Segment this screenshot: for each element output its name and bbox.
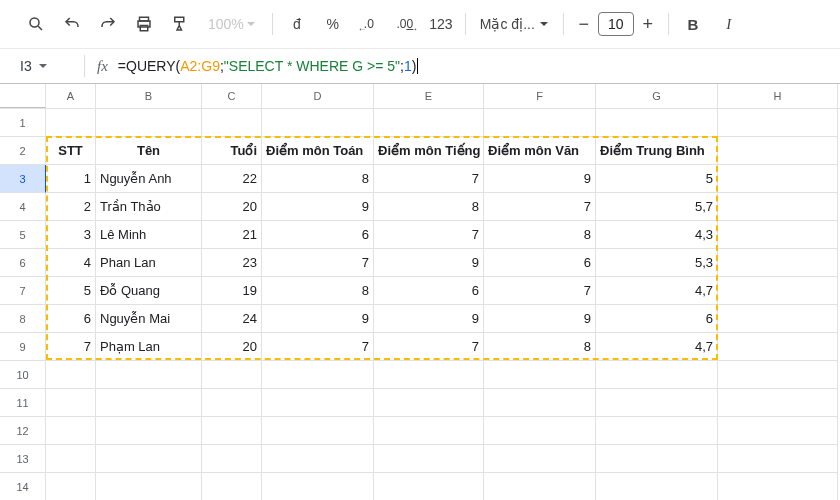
cell[interactable]: 9	[484, 165, 596, 193]
col-header-b[interactable]: B	[96, 84, 202, 108]
bold-button[interactable]: B	[677, 8, 709, 40]
col-header-c[interactable]: C	[202, 84, 262, 108]
select-all-corner[interactable]	[0, 84, 46, 108]
cell[interactable]	[718, 221, 838, 249]
cell[interactable]	[484, 417, 596, 445]
row-header[interactable]: 5	[0, 221, 46, 249]
cell[interactable]: Trần Thảo	[96, 193, 202, 221]
cell[interactable]: 9	[262, 193, 374, 221]
paint-format-icon[interactable]	[164, 8, 196, 40]
search-icon[interactable]	[20, 8, 52, 40]
cell[interactable]: Tuổi	[202, 137, 262, 165]
cell[interactable]: STT	[46, 137, 96, 165]
cell[interactable]: Điểm Trung Bình	[596, 137, 718, 165]
cell[interactable]: 23	[202, 249, 262, 277]
cell[interactable]: Phan Lan	[96, 249, 202, 277]
cell[interactable]: Lê Minh	[96, 221, 202, 249]
cell[interactable]	[96, 361, 202, 389]
decrease-font-button[interactable]: −	[572, 12, 596, 36]
currency-button[interactable]: đ	[281, 8, 313, 40]
cell[interactable]: 8	[262, 277, 374, 305]
cell[interactable]: 6	[262, 221, 374, 249]
cell[interactable]: 7	[484, 277, 596, 305]
row-header[interactable]: 14	[0, 473, 46, 500]
cell[interactable]	[374, 473, 484, 500]
cell[interactable]: 4,7	[596, 333, 718, 361]
cell[interactable]	[262, 389, 374, 417]
cell[interactable]: 20	[202, 193, 262, 221]
row-header[interactable]: 2	[0, 137, 46, 165]
cell[interactable]: 9	[262, 305, 374, 333]
cell[interactable]	[596, 109, 718, 137]
col-header-d[interactable]: D	[262, 84, 374, 108]
cell[interactable]	[596, 473, 718, 500]
cell[interactable]: 6	[596, 305, 718, 333]
cell[interactable]: 22	[202, 165, 262, 193]
cell[interactable]	[718, 137, 838, 165]
cell[interactable]: 8	[262, 165, 374, 193]
cell[interactable]	[718, 361, 838, 389]
cell[interactable]	[374, 361, 484, 389]
cell[interactable]	[718, 473, 838, 500]
cell[interactable]	[262, 361, 374, 389]
cell[interactable]: 1	[46, 165, 96, 193]
number-format-button[interactable]: 123	[425, 8, 457, 40]
cell[interactable]	[718, 109, 838, 137]
increase-decimal-button[interactable]: .00→	[389, 8, 421, 40]
cell[interactable]: 20	[202, 333, 262, 361]
col-header-e[interactable]: E	[374, 84, 484, 108]
cell[interactable]	[374, 389, 484, 417]
cell[interactable]	[718, 249, 838, 277]
cell[interactable]	[202, 473, 262, 500]
cell[interactable]: Phạm Lan	[96, 333, 202, 361]
row-header[interactable]: 1	[0, 109, 46, 137]
cell[interactable]: 8	[484, 221, 596, 249]
cell[interactable]	[202, 389, 262, 417]
cell[interactable]: 3	[46, 221, 96, 249]
row-header[interactable]: 13	[0, 445, 46, 473]
cell[interactable]: 9	[484, 305, 596, 333]
cell[interactable]	[596, 361, 718, 389]
print-icon[interactable]	[128, 8, 160, 40]
cell[interactable]	[718, 305, 838, 333]
formula-input[interactable]: =QUERY(A2:G9; "SELECT * WHERE G >= 5"; 1…	[116, 56, 421, 76]
cell[interactable]	[202, 417, 262, 445]
cell[interactable]	[46, 389, 96, 417]
font-select[interactable]: Mặc đị...	[474, 16, 555, 32]
cell[interactable]: Điểm môn Tiếng Anh	[374, 137, 484, 165]
cell[interactable]	[262, 445, 374, 473]
cell[interactable]: Nguyễn Mai	[96, 305, 202, 333]
cell[interactable]: Nguyễn Anh	[96, 165, 202, 193]
cell[interactable]: 19	[202, 277, 262, 305]
cell[interactable]	[718, 277, 838, 305]
cell[interactable]	[262, 109, 374, 137]
cell[interactable]: 6	[374, 277, 484, 305]
cell[interactable]	[374, 109, 484, 137]
cell[interactable]: 7	[484, 193, 596, 221]
col-header-g[interactable]: G	[596, 84, 718, 108]
cell[interactable]	[718, 417, 838, 445]
cell[interactable]	[718, 389, 838, 417]
redo-icon[interactable]	[92, 8, 124, 40]
cell[interactable]: 7	[374, 221, 484, 249]
undo-icon[interactable]	[56, 8, 88, 40]
cell[interactable]: 7	[46, 333, 96, 361]
cell[interactable]	[718, 165, 838, 193]
cell[interactable]: 24	[202, 305, 262, 333]
cell[interactable]	[46, 473, 96, 500]
row-header[interactable]: 6	[0, 249, 46, 277]
row-header[interactable]: 8	[0, 305, 46, 333]
cell[interactable]	[96, 445, 202, 473]
row-header[interactable]: 12	[0, 417, 46, 445]
cell-reference[interactable]: I3	[8, 54, 80, 78]
cell[interactable]	[46, 109, 96, 137]
row-header[interactable]: 9	[0, 333, 46, 361]
percent-button[interactable]: %	[317, 8, 349, 40]
cell[interactable]: Điểm môn Văn	[484, 137, 596, 165]
cell[interactable]: 4,7	[596, 277, 718, 305]
cell[interactable]: Tên	[96, 137, 202, 165]
cell[interactable]	[484, 389, 596, 417]
cell[interactable]	[202, 361, 262, 389]
cell[interactable]	[374, 445, 484, 473]
cell[interactable]	[96, 473, 202, 500]
